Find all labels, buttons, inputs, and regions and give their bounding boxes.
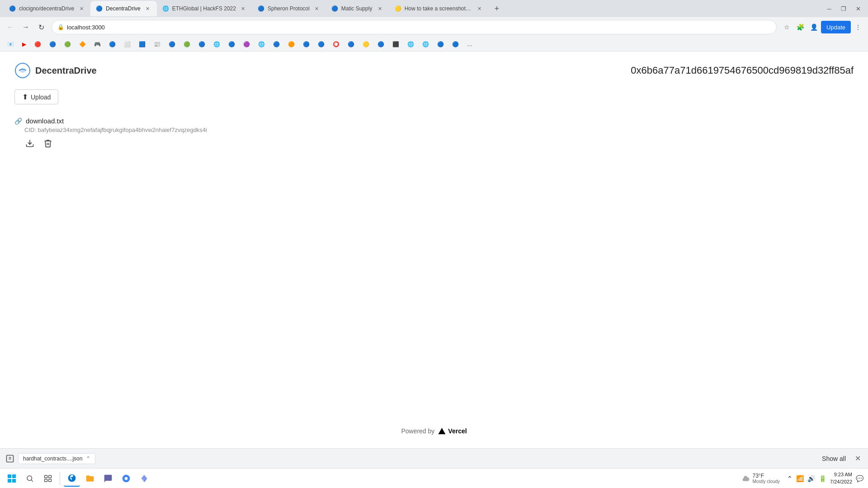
bookmark-b17[interactable]: 🔵 <box>269 40 283 48</box>
vercel-logo: Vercel <box>438 427 467 435</box>
bookmark-b7[interactable]: ⬜ <box>120 40 134 48</box>
b30-icon: … <box>467 41 472 47</box>
show-all-button[interactable]: Show all <box>818 453 849 464</box>
bookmark-b13[interactable]: 🌐 <box>210 40 224 48</box>
wallet-address: 0x6b6a77a71d6619754676500cd969819d32ff85… <box>631 65 854 76</box>
taskbar-file-explorer[interactable] <box>82 470 98 487</box>
address-bar[interactable]: 🔒 localhost:3000 <box>52 20 777 34</box>
bookmark-b16[interactable]: 🌐 <box>255 40 269 48</box>
notification-icon[interactable]: 💬 <box>855 474 864 483</box>
bookmark-b25[interactable]: ⬛ <box>389 40 403 48</box>
tab-close-spheron[interactable]: ✕ <box>313 5 321 12</box>
download-bar: hardhat_contracts....json ⌃ Show all ✕ <box>0 448 868 468</box>
restore-button[interactable]: ❐ <box>837 2 850 15</box>
b8-icon: 🟦 <box>139 41 146 47</box>
menu-icon[interactable]: ⋮ <box>852 21 864 33</box>
bookmark-b14[interactable]: 🔵 <box>225 40 239 48</box>
bookmark-b22[interactable]: 🔵 <box>344 40 358 48</box>
bookmark-b10[interactable]: 🔵 <box>165 40 179 48</box>
clock-date: 7/24/2022 <box>830 479 852 485</box>
bookmark-b18[interactable]: 🟠 <box>284 40 298 48</box>
profile-icon[interactable]: 👤 <box>807 21 820 33</box>
tab-title-decentradrive: DecentraDrive <box>106 5 141 12</box>
chevron-icon[interactable]: ⌃ <box>786 474 793 483</box>
bookmark-youtube[interactable]: ▶ <box>19 40 30 48</box>
new-tab-button[interactable]: + <box>491 2 503 15</box>
upload-button[interactable]: ⬆ Upload <box>14 89 58 104</box>
file-explorer-icon <box>85 474 94 483</box>
taskbar-edge[interactable] <box>64 470 80 487</box>
upload-icon: ⬆ <box>22 93 28 101</box>
close-window-button[interactable]: ✕ <box>852 2 864 15</box>
bookmark-b2[interactable]: 🔵 <box>46 40 60 48</box>
tab-close-matic[interactable]: ✕ <box>377 5 384 12</box>
bookmark-b15[interactable]: 🟣 <box>240 40 254 48</box>
extensions-icon[interactable]: 🧩 <box>794 21 807 33</box>
tab-title-screenshot: How to take a screenshot and s… <box>405 5 472 12</box>
download-bar-close-button[interactable]: ✕ <box>853 452 863 465</box>
bookmark-b4[interactable]: 🔶 <box>75 40 90 48</box>
battery-icon[interactable]: 🔋 <box>818 474 827 483</box>
svg-rect-8 <box>12 479 16 483</box>
network-icon[interactable]: 📶 <box>795 474 805 483</box>
clock[interactable]: 9:23 AM 7/24/2022 <box>830 471 852 485</box>
minimize-button[interactable]: ─ <box>823 2 835 15</box>
bookmark-b29[interactable]: 🔵 <box>448 40 462 48</box>
task-view-button[interactable] <box>40 470 56 487</box>
download-chevron-icon[interactable]: ⌃ <box>86 455 90 462</box>
taskbar-chat[interactable] <box>100 470 116 487</box>
svg-rect-6 <box>12 474 16 478</box>
reload-button[interactable]: ↻ <box>34 20 48 34</box>
bookmark-b21[interactable]: ⭕ <box>329 40 343 48</box>
tab-spheron[interactable]: 🔵 Spheron Protocol ✕ <box>252 1 326 16</box>
weather-widget[interactable]: 73°F Mostly cloudy <box>741 473 780 484</box>
bookmark-b27[interactable]: 🌐 <box>419 40 433 48</box>
bookmark-b28[interactable]: 🔵 <box>434 40 448 48</box>
tab-close-screenshot[interactable]: ✕ <box>476 5 483 12</box>
bookmark-b6[interactable]: 🔵 <box>105 40 119 48</box>
bookmark-b1[interactable]: 🔴 <box>31 40 45 48</box>
tab-screenshot[interactable]: 🟡 How to take a screenshot and s… ✕ <box>389 1 489 16</box>
bookmark-b19[interactable]: 🔵 <box>299 40 313 48</box>
bookmark-b11[interactable]: 🟢 <box>180 40 194 48</box>
volume-icon[interactable]: 🔊 <box>807 474 816 483</box>
youtube-icon: ▶ <box>22 41 26 47</box>
update-button[interactable]: Update <box>821 21 851 33</box>
svg-line-10 <box>31 480 33 481</box>
download-file-button[interactable] <box>24 137 36 150</box>
bookmark-b30[interactable]: … <box>463 40 476 48</box>
bookmark-b5[interactable]: 🎮 <box>90 40 104 48</box>
bookmark-b23[interactable]: 🟡 <box>359 40 373 48</box>
bookmark-gmail[interactable]: 📧 <box>4 40 18 48</box>
back-button[interactable]: ← <box>4 20 17 34</box>
svg-rect-7 <box>8 479 11 483</box>
forward-button[interactable]: → <box>19 20 33 34</box>
page-footer: Powered by Vercel <box>401 427 467 435</box>
delete-file-button[interactable] <box>42 137 54 150</box>
bookmark-b9[interactable]: 📰 <box>150 40 164 48</box>
bookmark-b12[interactable]: 🔵 <box>195 40 209 48</box>
taskbar-chrome[interactable] <box>118 470 134 487</box>
logo-area: DecentraDrive <box>14 62 97 79</box>
taskbar-left <box>4 470 152 487</box>
clock-time: 9:23 AM <box>830 471 852 478</box>
bookmark-b24[interactable]: 🔵 <box>374 40 388 48</box>
tab-favicon-clocigno: 🔵 <box>9 5 15 12</box>
tab-close-ethglobal[interactable]: ✕ <box>240 5 247 12</box>
bookmark-b3[interactable]: 🟢 <box>61 40 75 48</box>
taskbar-search-button[interactable] <box>22 470 38 487</box>
tab-close-clocigno[interactable]: ✕ <box>78 5 85 12</box>
bookmark-b26[interactable]: 🌐 <box>404 40 418 48</box>
svg-rect-13 <box>45 479 47 481</box>
bookmark-b8[interactable]: 🟦 <box>135 40 149 48</box>
bookmark-b20[interactable]: 🔵 <box>314 40 328 48</box>
bookmark-star-icon[interactable]: ☆ <box>780 21 793 33</box>
tab-ethglobal[interactable]: 🌐 ETHGlobal | HackFS 2022 ✕ <box>157 1 252 16</box>
taskbar-ethereum[interactable] <box>136 470 152 487</box>
tab-matic[interactable]: 🔵 Matic Supply ✕ <box>326 1 389 16</box>
tab-clocigno[interactable]: 🔵 clocigno/decentraDrive ✕ <box>4 1 90 16</box>
tab-close-decentradrive[interactable]: ✕ <box>144 5 151 12</box>
chrome-icon <box>122 474 131 483</box>
tab-decentradrive[interactable]: 🔵 DecentraDrive ✕ <box>90 1 157 16</box>
start-button[interactable] <box>4 470 20 487</box>
